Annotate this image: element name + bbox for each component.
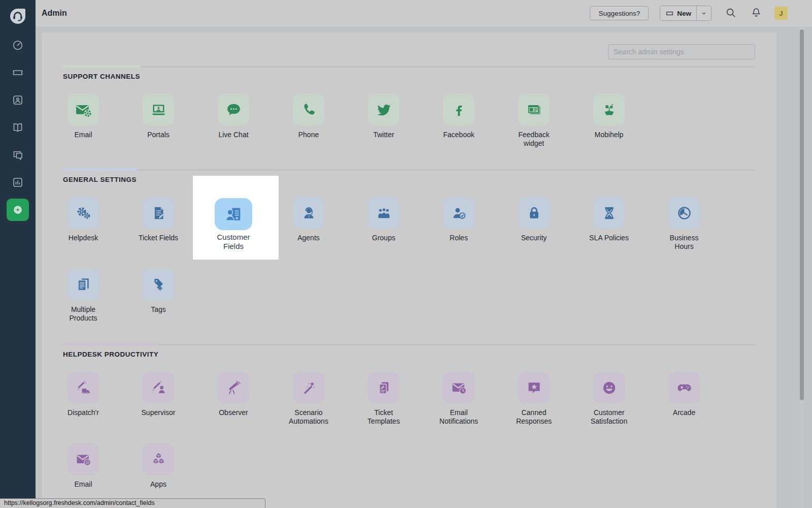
sidebar-item-reports[interactable] [7, 171, 29, 194]
tile-label: Ticket Templates [359, 408, 408, 426]
tile-ticket-templates[interactable]: Ticket Templates [346, 372, 421, 426]
business-hours-clock-icon [676, 205, 693, 221]
tile-customer-fields[interactable]: Customer Fields [196, 197, 271, 251]
tile-business-hours[interactable]: Business Hours [647, 197, 722, 251]
section-title: GENERAL SETTINGS [63, 170, 137, 183]
new-button-label: New [677, 10, 691, 17]
tile-groups[interactable]: Groups [346, 197, 421, 251]
search-admin-settings-input[interactable] [608, 44, 755, 59]
tile-label: Supervisor [142, 408, 176, 417]
tile-roles[interactable]: Roles [421, 197, 496, 251]
helpdesk-gears-icon [75, 205, 92, 221]
tile-label: Agents [297, 234, 320, 242]
status-url-bar: https://kellogsorg.freshdesk.com/admin/c… [0, 498, 265, 508]
section-helpdesk-productivity: HELPDESK PRODUCTIVITY Dispatch'r Supervi… [63, 344, 755, 508]
bell-icon[interactable] [750, 7, 762, 19]
tile-live-chat[interactable]: Live Chat [196, 94, 271, 148]
facebook-icon [451, 102, 467, 118]
tile-label: Customer Satisfaction [585, 408, 633, 426]
topbar-actions: Suggestions? New [590, 6, 788, 21]
section-items: Email Portals Live Chat Phone Twitter Fa… [46, 94, 743, 166]
tile-twitter[interactable]: Twitter [346, 94, 421, 148]
tile-arcade[interactable]: Arcade [647, 372, 722, 426]
email-commands-icon: @ [75, 451, 92, 468]
tile-email-notifications[interactable]: Email Notifications [421, 372, 496, 426]
tags-icon [150, 276, 167, 293]
scrollbar-thumb[interactable] [800, 29, 804, 400]
tile-mobihelp[interactable]: Mobihelp [571, 94, 647, 148]
tile-label: Scenario Automations [284, 408, 333, 426]
search-icon[interactable] [725, 7, 737, 19]
scenario-wand-star-icon [300, 379, 317, 396]
tile-tags[interactable]: Tags [121, 269, 196, 323]
ticket-icon [12, 67, 24, 79]
avatar[interactable]: J [774, 7, 788, 20]
gauge-icon [12, 39, 24, 51]
section-title: SUPPORT CHANNELS [63, 67, 140, 80]
tile-scenario-automations[interactable]: Scenario Automations [271, 372, 346, 426]
page-title: Admin [42, 9, 67, 18]
sidebar [0, 0, 36, 508]
tile-label: Live Chat [218, 131, 248, 139]
tile-feedback-widget[interactable]: Feedback widget [496, 94, 571, 148]
tile-email[interactable]: @ Email [46, 443, 121, 497]
sidebar-item-forums-chat[interactable] [7, 144, 29, 166]
tile-label: Facebook [443, 131, 474, 139]
tile-apps[interactable]: Apps [121, 443, 196, 497]
tile-supervisor[interactable]: Supervisor [121, 372, 196, 426]
tile-email[interactable]: Email [46, 94, 121, 148]
tile-customer-satisfaction[interactable]: Customer Satisfaction [571, 372, 647, 426]
tile-helpdesk[interactable]: Helpdesk [46, 197, 121, 251]
tile-label: Business Hours [660, 234, 708, 251]
chevron-down-icon [700, 10, 707, 17]
ticket-templates-icon [376, 379, 392, 396]
new-button[interactable]: New [660, 6, 712, 21]
tile-multiple-products[interactable]: Multiple Products [46, 269, 121, 323]
tile-ticket-fields[interactable]: Ticket Fields [121, 197, 196, 251]
dispatchr-wand-truck-icon [75, 379, 92, 396]
portals-icon [150, 102, 167, 118]
tile-label: Multiple Products [59, 305, 108, 323]
sidebar-item-ticket[interactable] [7, 61, 29, 84]
forums-chat-icon [12, 149, 24, 161]
satisfaction-smiley-icon [601, 379, 618, 396]
new-dropdown-toggle[interactable] [696, 6, 711, 20]
tile-facebook[interactable]: Facebook [421, 94, 496, 148]
sidebar-item-settings-gear[interactable] [7, 199, 29, 221]
sidebar-item-solutions-book[interactable] [7, 116, 29, 139]
tile-label: Portals [147, 131, 170, 139]
sidebar-item-gauge[interactable] [7, 34, 29, 56]
tile-label: Mobihelp [595, 131, 624, 139]
freshdesk-headset-logo[interactable] [8, 6, 28, 26]
section-items: Dispatch'r Supervisor Observer Scenario … [46, 372, 743, 508]
ticket-fields-icon [150, 205, 167, 221]
tile-phone[interactable]: Phone [271, 94, 346, 148]
tile-label: Email [74, 480, 92, 489]
agents-icon [300, 205, 317, 221]
tile-security[interactable]: Security [496, 197, 571, 251]
sidebar-nav [7, 34, 29, 221]
section-title: HELPDESK PRODUCTIVITY [63, 345, 158, 358]
tile-label: Dispatch'r [67, 408, 99, 417]
tile-agents[interactable]: Agents [271, 197, 346, 251]
groups-icon [376, 205, 392, 221]
section-support-channels: SUPPORT CHANNELS Email Portals Live Chat… [63, 67, 755, 166]
tile-label: SLA Policies [589, 234, 629, 242]
suggestions-button[interactable]: Suggestions? [590, 6, 649, 20]
tile-sla-policies[interactable]: SLA Policies [571, 197, 647, 251]
reports-icon [12, 176, 24, 188]
tile-observer[interactable]: Observer [196, 372, 271, 426]
tile-label: Twitter [373, 131, 394, 139]
sidebar-item-contacts[interactable] [7, 89, 29, 111]
section-items: Helpdesk Ticket Fields Customer Fields A… [46, 197, 743, 340]
tile-label: Ticket Fields [139, 234, 178, 242]
solutions-book-icon [12, 121, 24, 134]
tile-label: Observer [219, 408, 248, 417]
observer-telescope-icon [225, 379, 242, 396]
email-notifications-icon [451, 379, 467, 396]
tile-canned-responses[interactable]: Canned Responses [496, 372, 571, 426]
tile-portals[interactable]: Portals [121, 94, 196, 148]
tile-label: Apps [150, 480, 166, 489]
tile-dispatch-r[interactable]: Dispatch'r [46, 372, 121, 426]
sla-hourglass-icon [601, 205, 618, 221]
